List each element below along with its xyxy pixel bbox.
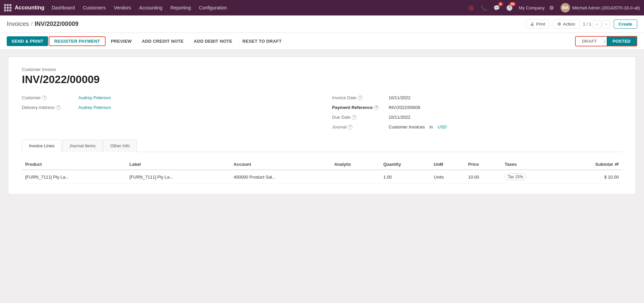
col-header-taxes: Taxes [501, 159, 560, 170]
cell-label: [FURN_7111] Ply La... [126, 170, 230, 184]
cell-quantity: 1.00 [380, 170, 430, 184]
journal-label: Journal ? [332, 124, 386, 129]
invoice-card: Customer Invoice INV/2022/00009 Customer… [8, 56, 636, 194]
invoice-fields: Customer ? Audrey Peterson Delivery Addr… [22, 95, 622, 129]
breadcrumb-parent[interactable]: Invoices [7, 21, 29, 28]
action-bar: SEND & PRINT REGISTER PAYMENT PREVIEW AD… [0, 33, 644, 50]
cell-product: [FURN_7111] Ply La... [22, 170, 126, 184]
phone-icon[interactable]: 📞 [479, 3, 489, 12]
col-header-quantity: Quantity [380, 159, 430, 170]
delivery-help-icon[interactable]: ? [56, 105, 61, 110]
nav-vendors[interactable]: Vendors [110, 4, 134, 12]
adjust-columns-icon[interactable]: ⇄ [615, 161, 619, 167]
col-header-uom: UoM [430, 159, 465, 170]
action-bar-left: SEND & PRINT REGISTER PAYMENT PREVIEW AD… [7, 36, 286, 46]
status-step-posted[interactable]: POSTED [607, 37, 637, 46]
cell-taxes: Tax 15% [501, 170, 560, 184]
nav-dashboard[interactable]: Dashboard [48, 4, 78, 12]
customer-label: Customer ? [22, 95, 76, 100]
messages-badge: 4 [498, 2, 503, 6]
invoice-number: INV/2022/00009 [22, 73, 622, 86]
user-avatar: MA [561, 3, 570, 12]
topnav-icons: 🐞 📞 💬 4 🕐 40 My Company ⚙ MA Mitchell Ad… [466, 3, 640, 12]
print-button[interactable]: 🖨 Print [526, 20, 550, 29]
invoice-fields-right: Invoice Date ? 10/11/2022 Payment Refere… [332, 95, 622, 129]
payment-reference-label: Payment Reference ? [332, 105, 386, 110]
page-nav: 1 / 1 ‹ › [583, 20, 610, 28]
company-name[interactable]: My Company [519, 5, 545, 10]
gear-icon: ⚙ [557, 22, 561, 27]
tab-other-info[interactable]: Other Info [103, 140, 137, 152]
tab-journal-items[interactable]: Journal Items [62, 140, 103, 152]
status-step-draft[interactable]: DRAFT [576, 37, 603, 46]
col-header-subtotal: Subtotal ⇄ [560, 159, 622, 170]
nav-reporting[interactable]: Reporting [167, 4, 194, 12]
customer-field-row: Customer ? Audrey Peterson [22, 95, 312, 100]
col-header-price: Price [465, 159, 501, 170]
activity-icon[interactable]: 🕐 40 [505, 3, 514, 12]
cell-account: 400000 Product Sal... [230, 170, 331, 184]
nav-configuration[interactable]: Configuration [196, 4, 230, 12]
breadcrumb-current: INV/2022/00009 [35, 21, 78, 28]
messages-icon[interactable]: 💬 4 [492, 3, 501, 12]
cell-uom: Units [430, 170, 465, 184]
due-date-help-icon[interactable]: ? [352, 115, 356, 120]
invoice-date-help-icon[interactable]: ? [358, 96, 363, 100]
payment-reference-field-row: Payment Reference ? INV/2022/00009 [332, 105, 622, 110]
app-grid-icon[interactable] [4, 4, 11, 11]
invoice-type-label: Customer Invoice [22, 67, 622, 72]
add-credit-note-button[interactable]: ADD CREDIT NOTE [137, 36, 188, 46]
prev-page-button[interactable]: ‹ [593, 20, 601, 28]
breadcrumb-actions: 🖨 Print ⚙ Action 1 / 1 ‹ › Create [526, 20, 637, 29]
bug-icon[interactable]: 🐞 [466, 3, 476, 12]
action-button[interactable]: ⚙ Action [553, 20, 579, 29]
invoice-lines-table: Product Label Account Analytic Quantity … [22, 159, 622, 184]
user-name: Mitchell Admin (20142070-16-0-all) [572, 5, 640, 10]
nav-customers[interactable]: Customers [80, 4, 109, 12]
register-payment-button[interactable]: REGISTER PAYMENT [49, 36, 105, 46]
activity-badge: 40 [509, 2, 516, 6]
due-date-field-row: Due Date ? 10/11/2022 [332, 115, 622, 120]
customer-value[interactable]: Audrey Peterson [78, 95, 111, 100]
breadcrumb: Invoices / INV/2022/00009 [7, 21, 78, 28]
due-date-label: Due Date ? [332, 115, 386, 120]
col-header-analytic: Analytic [331, 159, 380, 170]
status-stepper: DRAFT › POSTED [575, 36, 637, 46]
cell-subtotal: $ 10.00 [560, 170, 622, 184]
preview-button[interactable]: PREVIEW [106, 36, 137, 46]
create-button[interactable]: Create [614, 20, 637, 29]
journal-currency[interactable]: USD [438, 124, 447, 129]
payment-ref-help-icon[interactable]: ? [374, 105, 379, 110]
delivery-address-value[interactable]: Audrey Peterson [78, 105, 111, 110]
next-page-button[interactable]: › [602, 20, 610, 28]
print-icon: 🖨 [530, 22, 534, 27]
breadcrumb-separator: / [31, 21, 33, 28]
reset-to-draft-button[interactable]: RESET TO DRAFT [238, 36, 287, 46]
col-header-label: Label [126, 159, 230, 170]
invoice-date-label: Invoice Date ? [332, 95, 386, 100]
customer-help-icon[interactable]: ? [42, 96, 47, 100]
payment-reference-value: INV/2022/00009 [389, 105, 420, 110]
nav-accounting[interactable]: Accounting [136, 4, 166, 12]
tab-invoice-lines[interactable]: Invoice Lines [22, 140, 62, 152]
delivery-address-field-row: Delivery Address ? Audrey Peterson [22, 105, 312, 110]
journal-field-row: Journal ? Customer Invoices in USD [332, 124, 622, 129]
cell-price: 10.00 [465, 170, 501, 184]
status-arrow: › [603, 38, 607, 45]
topnav: Accounting Dashboard Customers Vendors A… [0, 0, 644, 15]
settings-icon[interactable]: ⚙ [548, 3, 555, 12]
col-header-account: Account [230, 159, 331, 170]
cell-analytic [331, 170, 380, 184]
send-print-button[interactable]: SEND & PRINT [7, 36, 48, 46]
due-date-value: 10/11/2022 [389, 115, 411, 120]
invoice-fields-left: Customer ? Audrey Peterson Delivery Addr… [22, 95, 312, 129]
journal-help-icon[interactable]: ? [348, 125, 352, 129]
add-debit-note-button[interactable]: ADD DEBIT NOTE [189, 36, 237, 46]
user-menu[interactable]: MA Mitchell Admin (20142070-16-0-all) [561, 3, 640, 12]
col-header-product: Product [22, 159, 126, 170]
table-row[interactable]: [FURN_7111] Ply La... [FURN_7111] Ply La… [22, 170, 622, 184]
invoice-date-value: 10/11/2022 [389, 95, 411, 100]
brand-name[interactable]: Accounting [15, 5, 44, 11]
breadcrumb-bar: Invoices / INV/2022/00009 🖨 Print ⚙ Acti… [0, 15, 644, 33]
delivery-address-label: Delivery Address ? [22, 105, 76, 110]
